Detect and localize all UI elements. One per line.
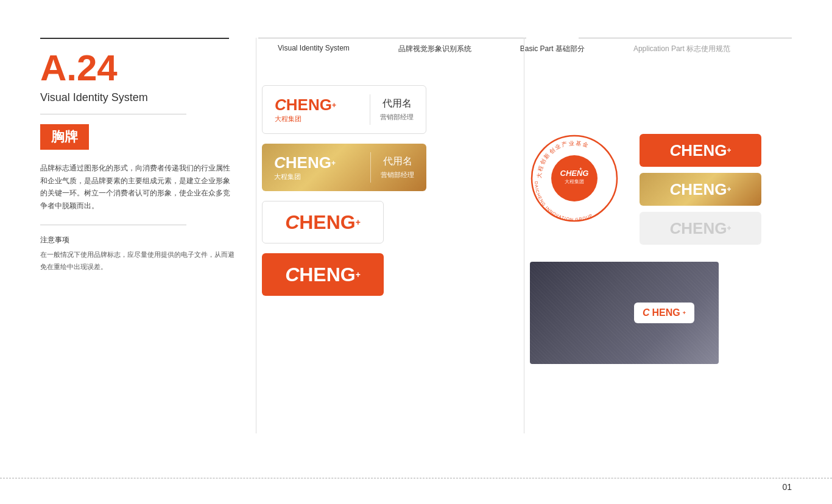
bottom-dashed-line (0, 478, 832, 478)
cheng-plus-so: + (356, 270, 361, 279)
top-border-right (579, 38, 792, 38)
white-logo-card: C HENG + (262, 201, 384, 243)
circle-badge-container: CHENG + 大程集团 大程创新创业产业基金 DAICHENG INNOVAT… (529, 133, 620, 224)
cheng-plus-vl: + (727, 224, 731, 233)
gold-badge-card: C HENG + 大程集团 代用名 营销部经理 (262, 144, 426, 191)
photo-area: C HENG + (530, 262, 719, 364)
note-title: 注意事项 (40, 235, 235, 245)
svg-text:CHENG: CHENG (560, 169, 589, 178)
cheng-c-gold: C (274, 153, 286, 172)
svg-text:+: + (579, 166, 582, 172)
cheng-c-sw: C (285, 211, 299, 234)
cheng-plus-gold: + (331, 159, 336, 167)
cheng-c-vg: C (670, 180, 682, 199)
white-badge-card: C HENG + 大程集团 代用名 营销部经理 (262, 85, 426, 134)
cheng-rest-gold: HENG (286, 153, 331, 172)
v-divider-1 (256, 38, 256, 433)
cheng-c-vo: C (670, 141, 682, 160)
badge-subtitle-white: 大程集团 (275, 114, 301, 124)
badges-column: C HENG + 大程集团 代用名 营销部经理 C HENG + 大程集团 代用… (262, 85, 506, 306)
cheng-c-white: C (275, 96, 286, 114)
circle-badge-svg: CHENG + 大程集团 大程创新创业产业基金 DAICHENG INNOVAT… (529, 133, 620, 224)
badge-role-white: 营销部经理 (380, 113, 414, 122)
cheng-rest-vl: HENG (681, 219, 727, 238)
svg-text:大程集团: 大程集团 (565, 179, 584, 184)
cheng-rest-vo: HENG (681, 141, 727, 160)
v-divider-2 (524, 38, 524, 433)
left-divider-2 (40, 225, 186, 225)
cheng-logo-white: C HENG + (275, 96, 336, 114)
svg-point-1 (551, 155, 598, 201)
cheng-c-vl: C (670, 219, 682, 238)
section-badge-label: 胸牌 (40, 124, 89, 150)
cheng-plus-white: + (332, 101, 336, 110)
page-number: 01 (782, 482, 792, 492)
cheng-plus-sw: + (356, 217, 361, 227)
cheng-rest-sw: HENG (299, 211, 355, 234)
cheng-logo-var-light: C HENG + (670, 219, 732, 238)
badge-name-gold: 代用名 (383, 155, 412, 168)
badge-left-white: C HENG + 大程集团 (275, 96, 360, 124)
badge-role-gold: 营销部经理 (381, 170, 414, 180)
badge-left-gold: C HENG + 大程集团 (274, 153, 361, 181)
badge-right-gold: 代用名 营销部经理 (381, 155, 414, 180)
logo-variant-orange: C HENG + (640, 134, 761, 167)
top-border-mid (258, 38, 526, 38)
cheng-logo-gold: C HENG + (274, 153, 336, 172)
nav-basic-part: Basic Part 基础部分 (520, 44, 585, 54)
left-panel: A.24 Visual Identity System 胸牌 品牌标志通过图形化… (40, 38, 235, 467)
nav-app-part: Application Part 标志使用规范 (633, 44, 730, 54)
cheng-plus-vg: + (727, 185, 731, 194)
page-code: A.24 (40, 50, 235, 86)
nav-vis-id: Visual Identity System (278, 44, 350, 54)
cheng-rest-vg: HENG (681, 180, 727, 199)
badge-right-white: 代用名 营销部经理 (380, 97, 414, 122)
cheng-logo-standalone-orange: C HENG + (285, 264, 361, 286)
description: 品牌标志通过图形化的形式，向消费者传递我们的行业属性和企业气质，是品牌要素的主要… (40, 162, 235, 212)
cheng-logo-var-orange: C HENG + (670, 141, 732, 160)
badge-subtitle-gold: 大程集团 (274, 172, 301, 181)
cheng-logo-standalone-white: C HENG + (285, 211, 361, 234)
logos-right-column: C HENG + C HENG + C HENG + (640, 134, 761, 245)
cheng-rest-white: HENG (286, 96, 332, 114)
badge-v-div-gold (370, 152, 371, 183)
badge-name-white: 代用名 (383, 97, 412, 110)
cheng-rest-so: HENG (299, 264, 355, 286)
vis-id-subtitle: Visual Identity System (40, 91, 235, 104)
nav-brand-cn: 品牌视觉形象识别系统 (398, 44, 471, 54)
cheng-logo-var-gold: C HENG + (670, 180, 732, 199)
cheng-plus-vo: + (727, 146, 731, 155)
note-body: 在一般情况下使用品牌标志，应尽量使用提供的电子文件，从而避免在重绘中出现误差。 (40, 249, 235, 273)
cheng-c-so: C (285, 264, 299, 286)
logo-variant-gold: C HENG + (640, 173, 761, 206)
logo-variant-light: C HENG + (640, 212, 761, 245)
orange-logo-card: C HENG + (262, 253, 384, 296)
left-divider-1 (40, 114, 186, 114)
badge-v-div-white (370, 94, 370, 125)
